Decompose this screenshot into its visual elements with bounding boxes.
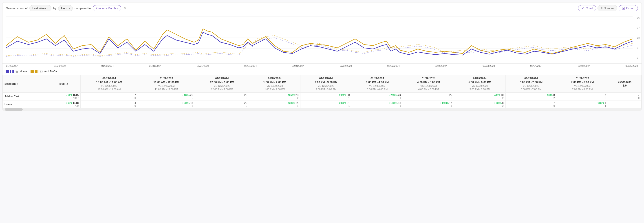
col-header-4: 01/29/2024 1:00 PM - 2:00 PM VS 12/30/20…: [249, 75, 300, 93]
chart-y-labels: 36 27 18 9 0: [637, 17, 640, 59]
add-to-cart-total: ↑ 54%1615 1047: [46, 93, 80, 100]
by-label: by: [53, 7, 56, 10]
legend-bar: Home Add To Cart: [2, 68, 642, 75]
col-header-9: 01/29/2024 6:00 PM - 7:00 PM VS 12/30/20…: [506, 75, 557, 93]
cart-icon: [40, 70, 43, 73]
add-to-cart-c2: ↑ 420%26 5: [138, 93, 195, 100]
add-to-cart-label: Add to Cart: [3, 93, 46, 100]
col-header-11: 01/29/2024 8:0: [608, 75, 642, 93]
legend-home[interactable]: Home: [6, 70, 27, 73]
toolbar: Session count of Last Week ▾ by Hour ▾ c…: [2, 3, 642, 14]
col-header-10: 01/29/2024 7:00 PM - 8:00 PM VS 12/30/20…: [557, 75, 608, 93]
col-header-2: 01/29/2024 11:00 AM - 12:00 PM VS 12/30/…: [138, 75, 195, 93]
chart-area: 36 27 18 9 0: [2, 14, 642, 64]
previous-month-dropdown[interactable]: Previous Month ▾: [93, 5, 121, 11]
cart-color-swatch: [30, 70, 34, 73]
add-to-cart-c5: ↑ 2900%30 1: [300, 93, 352, 100]
scrollbar-thumb[interactable]: [5, 108, 23, 111]
home-c7: ↑ 1400%15 1: [403, 100, 454, 108]
add-to-cart-c1: 7 0: [80, 93, 138, 100]
col-header-5: 01/29/2024 2:00 PM - 3:00 PM VS 12/30/20…: [300, 75, 352, 93]
sessions-header[interactable]: Sessions ↕: [3, 75, 46, 93]
chart-icon: [581, 7, 584, 10]
home-c3: 20 0: [195, 100, 249, 108]
total-header[interactable]: Total ↓↑: [46, 75, 80, 93]
table-header-row: Sessions ↕ Total ↓↑ 01/29/2024 10:00 AM …: [3, 75, 642, 93]
home-legend-lines: [10, 70, 14, 73]
home-icon: [15, 70, 19, 73]
add-to-cart-c6: ↑ 2300%24 1: [352, 93, 403, 100]
horizontal-scrollbar[interactable]: [2, 108, 642, 111]
chart-view-button[interactable]: Chart: [578, 5, 596, 11]
svg-point-9: [42, 72, 42, 73]
add-to-cart-c8: ↑ 400%10 2: [454, 93, 506, 100]
chart-svg: [6, 17, 632, 59]
home-color-swatch: [6, 70, 9, 73]
col-header-6: 01/29/2024 3:00 PM - 4:00 PM VS 12/30/20…: [352, 75, 403, 93]
table-row: Home ↑ 60%1118 700 4 0 ↑ 500%18 3 20: [3, 100, 642, 108]
number-view-button[interactable]: # Number: [598, 5, 617, 11]
add-to-cart-c10: 7 0: [557, 93, 608, 100]
data-table-wrap: Sessions ↕ Total ↓↑ 01/29/2024 10:00 AM …: [2, 75, 642, 108]
session-count-label: Session count of: [6, 7, 28, 10]
home-c8: ↑ 300%8 2: [454, 100, 506, 108]
col-header-1: 01/29/2024 10:00 AM - 11:00 AM VS 12/30/…: [80, 75, 138, 93]
table-row: Add to Cart ↑ 54%1615 1047 7 0 ↑ 420%26 …: [3, 93, 642, 100]
add-to-cart-c11: 7 0: [608, 93, 642, 100]
home-c9: 7 0: [506, 100, 557, 108]
svg-point-8: [41, 72, 41, 73]
home-c4: ↑ 1300%14 1: [249, 100, 300, 108]
chart-x-labels: 01/29/2024 01/30/2024 01/30/2024 01/31/2…: [2, 64, 642, 68]
home-c11: [608, 100, 642, 108]
col-header-8: 01/29/2024 5:00 PM - 6:00 PM VS 12/30/20…: [454, 75, 506, 93]
export-icon: [622, 7, 625, 10]
svg-marker-7: [16, 70, 18, 73]
home-c2: ↑ 500%18 3: [138, 100, 195, 108]
add-to-cart-c4: ↑ 1050%23 2: [249, 93, 300, 100]
home-label: Home: [3, 100, 46, 108]
hour-dropdown[interactable]: Hour ▾: [58, 5, 73, 11]
add-to-cart-c3: 20 0: [195, 93, 249, 100]
home-total: ↑ 60%1118 700: [46, 100, 80, 108]
view-buttons: Chart # Number Export: [578, 5, 638, 11]
home-c6: ↑ 1200%13 1: [352, 100, 403, 108]
add-to-cart-c9: ↑ 300%8 2: [506, 93, 557, 100]
compared-to-label: compared to: [74, 7, 91, 10]
legend-add-to-cart[interactable]: Add To Cart: [30, 70, 58, 73]
export-button[interactable]: Export: [619, 5, 638, 11]
close-button[interactable]: ×: [124, 6, 126, 10]
data-table: Sessions ↕ Total ↓↑ 01/29/2024 10:00 AM …: [2, 75, 642, 108]
col-header-3: 01/29/2024 12:00 PM - 1:00 PM VS 12/30/2…: [195, 75, 249, 93]
home-c10: ↑ 300%4 1: [557, 100, 608, 108]
home-c5: ↑ 2000%21 1: [300, 100, 352, 108]
add-to-cart-c7: 22 0: [403, 93, 454, 100]
col-header-7: 01/29/2024 4:00 PM - 5:00 PM VS 12/30/20…: [403, 75, 454, 93]
last-week-dropdown[interactable]: Last Week ▾: [30, 5, 52, 11]
home-c1: 4 0: [80, 100, 138, 108]
cart-legend-lines: [35, 70, 38, 73]
